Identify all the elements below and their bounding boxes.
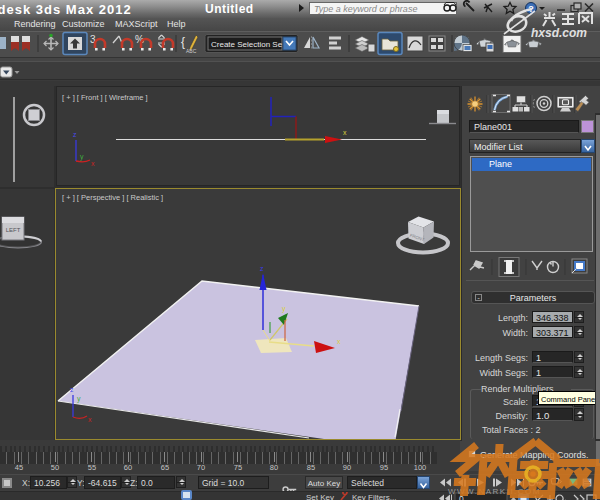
svg-text:[ + ] [ Front ] [ Wireframe: [ + ] [ Front ] [ Wireframe ] [62,93,148,102]
svg-text:y: y [77,395,81,403]
svg-text:x: x [337,338,341,345]
svg-text:{: { [181,35,185,49]
svg-text:x: x [91,160,95,167]
svg-text:hxsd.com: hxsd.com [531,26,587,40]
svg-text:x: x [343,129,347,136]
svg-text:z: z [73,131,77,138]
svg-text:y: y [282,305,286,313]
svg-text:[ + ] [ Perspective ] [ Real: [ + ] [ Perspective ] [ Realistic ] [62,193,163,202]
svg-text:x: x [88,416,92,423]
svg-text:LEFT: LEFT [6,227,21,233]
svg-text:z: z [70,386,74,393]
svg-text:z: z [260,265,264,272]
svg-text:ABC: ABC [186,48,197,54]
svg-text:Create Selection Se: Create Selection Se [211,40,283,49]
svg-text:y: y [80,153,84,161]
